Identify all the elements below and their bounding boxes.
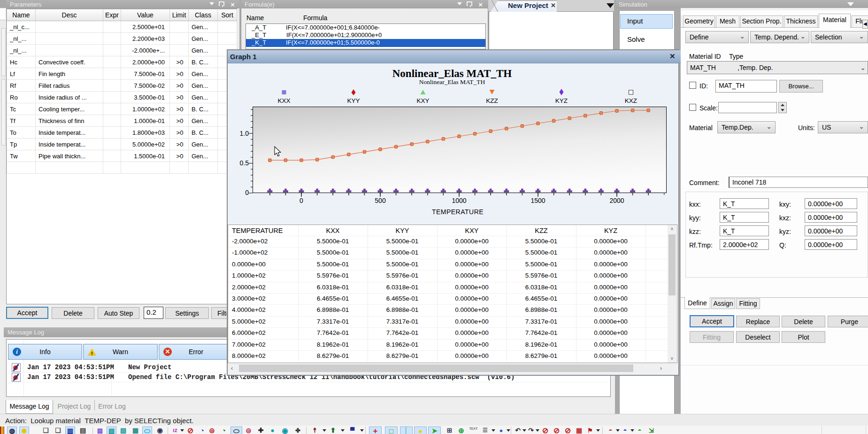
svg-text:0.5: 0.5 <box>240 159 249 167</box>
svg-text:TEMPERATURE: TEMPERATURE <box>432 208 484 216</box>
svg-text:KYZ: KYZ <box>555 97 568 104</box>
svg-text:KXZ: KXZ <box>625 97 637 104</box>
svg-text:Nonlinear_Elas MAT_TH: Nonlinear_Elas MAT_TH <box>419 78 485 85</box>
svg-text:KXY: KXY <box>416 97 429 104</box>
svg-text:0: 0 <box>245 189 249 196</box>
svg-text:KZZ: KZZ <box>486 97 498 104</box>
svg-text:1.0: 1.0 <box>240 130 249 137</box>
svg-text:0: 0 <box>300 197 303 204</box>
svg-text:1500: 1500 <box>530 197 545 204</box>
svg-text:500: 500 <box>375 197 386 204</box>
svg-text:KYY: KYY <box>347 97 360 104</box>
svg-text:2000: 2000 <box>609 197 624 204</box>
svg-text:Nonlinear_Elas MAT_TH: Nonlinear_Elas MAT_TH <box>392 68 512 79</box>
svg-text:KXX: KXX <box>277 97 290 104</box>
svg-text:1000: 1000 <box>452 197 466 204</box>
